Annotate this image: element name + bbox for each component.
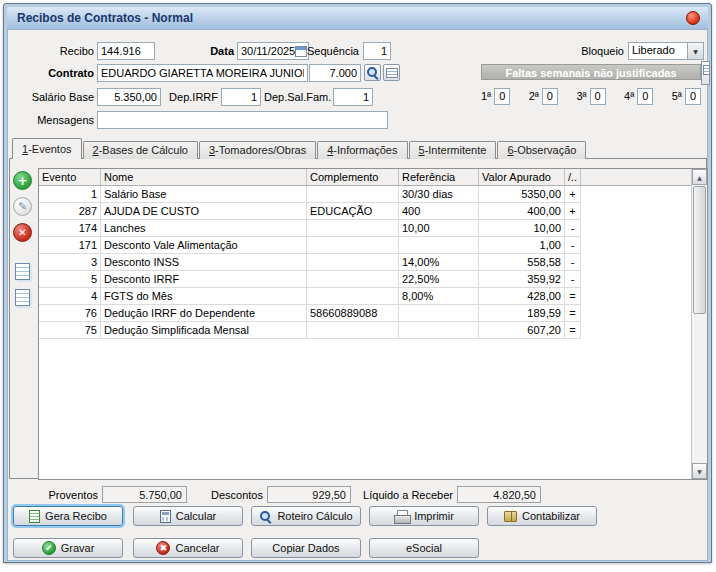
- tab-label: 2-Bases de Cálculo: [93, 144, 188, 156]
- table-cell: EDUCAÇÃO: [307, 203, 399, 220]
- table-cell: 607,20: [479, 322, 565, 339]
- falta-5-group: 5ª: [672, 88, 701, 105]
- add-event-button[interactable]: +: [13, 171, 32, 190]
- imprimir-button[interactable]: Imprimir: [369, 506, 479, 526]
- table-row[interactable]: 174Lanches10,0010,00-: [39, 220, 691, 237]
- falta-4-group: 4ª: [624, 88, 653, 105]
- calcular-button[interactable]: Calcular: [133, 506, 243, 526]
- delete-event-button[interactable]: ✕: [13, 223, 32, 242]
- imprimir-label: Imprimir: [414, 510, 454, 522]
- search-contract-button[interactable]: [364, 64, 381, 81]
- dep-irrf-field[interactable]: [221, 88, 261, 106]
- tab-label: 5-Intermitente: [419, 144, 487, 156]
- table-cell: AJUDA DE CUSTO: [101, 203, 307, 220]
- contract-list-button[interactable]: [383, 64, 400, 81]
- tab-informacoes[interactable]: 4-Informações: [317, 141, 407, 159]
- column-header[interactable]: /..: [565, 169, 581, 185]
- table-cell: =: [565, 288, 581, 305]
- table-cell: [307, 322, 399, 339]
- copiar-dados-button[interactable]: Copiar Dados: [251, 538, 361, 558]
- falta-5-field[interactable]: [685, 88, 701, 105]
- printer-icon: [394, 510, 409, 523]
- bloqueio-dropdown[interactable]: Liberado ▼: [628, 42, 704, 60]
- tab-bases-de-calculo[interactable]: 2-Bases de Cálculo: [83, 141, 198, 159]
- side-button[interactable]: [701, 61, 710, 85]
- cancelar-label: Cancelar: [175, 542, 219, 554]
- contabilizar-button[interactable]: Contabilizar: [487, 506, 597, 526]
- scrollbar-down-button[interactable]: ▼: [692, 463, 707, 479]
- notes-button[interactable]: [15, 289, 30, 306]
- recibo-field[interactable]: [97, 42, 155, 60]
- receipt-icon: [29, 510, 40, 523]
- tab-tomadores-obras[interactable]: 3-Tomadores/Obras: [199, 141, 316, 159]
- gera-recibo-button[interactable]: Gera Recibo: [13, 506, 123, 526]
- table-cell: [307, 237, 399, 254]
- table-cell: 8,00%: [399, 288, 479, 305]
- esocial-label: eSocial: [406, 542, 442, 554]
- data-field[interactable]: 30/11/2025: [237, 42, 309, 60]
- liquido-label: Líquido a Receber: [357, 488, 453, 502]
- tab-label: 1-Eventos: [22, 143, 72, 155]
- falta-2-field[interactable]: [542, 88, 558, 105]
- scrollbar-thumb[interactable]: [693, 186, 706, 314]
- mensagens-field[interactable]: [97, 111, 388, 129]
- column-header[interactable]: Evento: [39, 169, 101, 185]
- scrollbar-up-button[interactable]: ▲: [692, 169, 707, 185]
- table-row[interactable]: 287AJUDA DE CUSTOEDUCAÇÃO400400,00+: [39, 203, 691, 220]
- table-cell: Desconto Vale Alimentação: [101, 237, 307, 254]
- table-cell: 171: [39, 237, 101, 254]
- falta-4-label: 4ª: [624, 90, 634, 102]
- table-cell: =: [565, 305, 581, 322]
- close-button[interactable]: [686, 11, 700, 25]
- tab-eventos[interactable]: 1-Eventos: [12, 138, 82, 159]
- contrato-code-field[interactable]: [309, 64, 361, 82]
- table-cell: [399, 322, 479, 339]
- dep-sal-fam-field[interactable]: [333, 88, 373, 106]
- cancelar-button[interactable]: ✖ Cancelar: [133, 538, 243, 558]
- table-cell: [307, 220, 399, 237]
- table-cell: 10,00: [399, 220, 479, 237]
- sequencia-field[interactable]: [363, 42, 391, 60]
- table-row[interactable]: 171Desconto Vale Alimentação1,00-: [39, 237, 691, 254]
- esocial-button[interactable]: eSocial: [369, 538, 479, 558]
- column-header[interactable]: Referência: [399, 169, 479, 185]
- ledger-icon: [504, 511, 517, 522]
- table-row[interactable]: 5Desconto IRRF22,50%359,92-: [39, 271, 691, 288]
- table-row[interactable]: 4FGTS do Mês8,00%428,00=: [39, 288, 691, 305]
- edit-event-button[interactable]: ✎: [13, 197, 32, 216]
- gravar-button[interactable]: ✔ Gravar: [13, 538, 123, 558]
- window-title: Recibos de Contratos - Normal: [17, 11, 193, 25]
- column-header[interactable]: Complemento: [307, 169, 399, 185]
- table-cell: 400: [399, 203, 479, 220]
- events-grid: EventoNomeComplementoReferênciaValor Apu…: [38, 168, 708, 480]
- tab-observacao[interactable]: 6-Observação: [497, 141, 586, 159]
- falta-1-field[interactable]: [494, 88, 510, 105]
- falta-4-field[interactable]: [637, 88, 653, 105]
- column-header[interactable]: Valor Apurado: [479, 169, 565, 185]
- table-cell: =: [565, 322, 581, 339]
- salario-base-field[interactable]: [97, 88, 161, 106]
- table-cell: 400,00: [479, 203, 565, 220]
- table-row[interactable]: 75Dedução Simplificada Mensal607,20=: [39, 322, 691, 339]
- table-row[interactable]: 3Desconto INSS14,00%558,58-: [39, 254, 691, 271]
- recibo-label: Recibo: [28, 44, 94, 58]
- copy-events-button[interactable]: [15, 263, 30, 280]
- table-cell: Salário Base: [101, 186, 307, 203]
- table-cell: -: [565, 237, 581, 254]
- contrato-field[interactable]: [97, 64, 308, 82]
- column-header[interactable]: Nome: [101, 169, 307, 185]
- chevron-down-icon[interactable]: ▼: [687, 43, 703, 59]
- grid-scrollbar[interactable]: ▲ ▼: [691, 169, 707, 479]
- titlebar[interactable]: Recibos de Contratos - Normal: [7, 7, 708, 29]
- table-cell: 558,58: [479, 254, 565, 271]
- faltas-fields: 1ª 2ª 3ª 4ª 5ª: [481, 87, 701, 105]
- roteiro-calculo-button[interactable]: Roteiro Cálculo: [251, 506, 361, 526]
- falta-3-field[interactable]: [590, 88, 606, 105]
- table-row[interactable]: 1Salário Base30/30 dias5350,00+: [39, 186, 691, 203]
- tab-intermitente[interactable]: 5-Intermitente: [409, 141, 497, 159]
- dep-irrf-label: Dep.IRRF: [166, 90, 218, 104]
- tab-label: 3-Tomadores/Obras: [209, 144, 306, 156]
- table-row[interactable]: 76Dedução IRRF do Dependente586608890881…: [39, 305, 691, 322]
- table-cell: 287: [39, 203, 101, 220]
- table-cell: -: [565, 271, 581, 288]
